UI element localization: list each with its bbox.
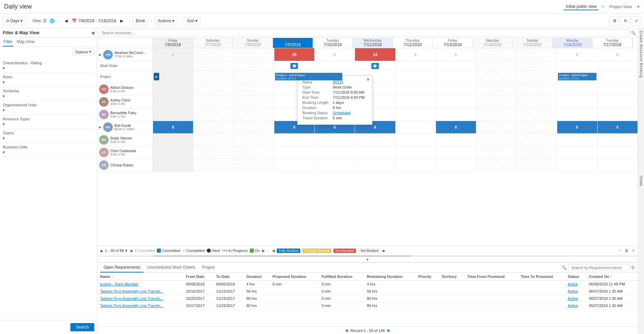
popup-booking-status-value[interactable]: Scheduled: [333, 111, 351, 115]
search-icon[interactable]: 🔍: [631, 30, 636, 35]
project-bar-mon-tue[interactable]: Project - JohnProject Duration: 30 hrs: [275, 73, 342, 80]
bob-c8[interactable]: 8: [436, 121, 476, 133]
collapse-icon-abraham[interactable]: ▶: [99, 53, 101, 56]
book-button[interactable]: Book: [133, 17, 148, 25]
create-resource-booking-panel[interactable]: Create Resource Booking: [638, 28, 644, 81]
col-header-territory[interactable]: Territory: [439, 273, 464, 281]
separator-5: |: [180, 18, 181, 23]
resource-info-cheri: Cheri Castaneda 0:00 ⊙ 0%: [110, 149, 136, 156]
col-header-proposed[interactable]: Proposed Duration: [270, 273, 319, 281]
cell-wed-abraham[interactable]: 14: [355, 48, 395, 61]
filter-panel-collapse[interactable]: ◀: [91, 30, 94, 35]
row3-name[interactable]: Tailspin Toys Assembly Line Transfo...: [97, 295, 183, 302]
tab-open-requirements[interactable]: Open Requirements: [100, 263, 143, 272]
col-header-status[interactable]: Status: [565, 273, 586, 281]
add-view-button[interactable]: +: [637, 4, 640, 10]
scrollbar-thumb[interactable]: [153, 255, 411, 257]
legend-booking-prev[interactable]: ◀: [272, 249, 275, 253]
filter-item-org-units: Organizational Units ▾: [3, 101, 94, 115]
filter-dropdown-territories[interactable]: ▾: [3, 94, 94, 98]
options-button[interactable]: Options ▾: [72, 48, 94, 55]
filter-dropdown-characteristics[interactable]: ▾: [3, 66, 94, 70]
row3-status[interactable]: Active: [565, 295, 586, 302]
refresh-bottom-icon[interactable]: ↻: [631, 265, 635, 270]
cell-mon-abraham[interactable]: 15: [274, 48, 315, 61]
work-order-booking-wed[interactable]: 🕐: [371, 63, 379, 69]
collapse-calendar-icon[interactable]: ▼: [366, 258, 369, 262]
row2-name[interactable]: Tailspin Toys Assembly Line Transfo...: [97, 288, 183, 295]
bob-c12[interactable]: 8: [598, 121, 638, 133]
tab-unscheduled-work-orders[interactable]: Unscheduled Work Orders: [143, 263, 198, 272]
filter-dropdown-roles[interactable]: ▾: [3, 80, 94, 84]
next-date-button[interactable]: ▶: [118, 17, 126, 25]
popup-duration-value: 8 hrs: [333, 106, 341, 110]
bob-c11[interactable]: 8: [557, 121, 598, 133]
col-header-remaining[interactable]: Remaining Duration: [364, 273, 415, 281]
filter-dropdown-org-units[interactable]: ▾: [3, 108, 94, 112]
list-view-button[interactable]: ☰: [42, 18, 47, 24]
actions-button[interactable]: Actions ▾: [155, 17, 177, 25]
legend-booking-next[interactable]: ▶: [383, 249, 385, 253]
next-record-button[interactable]: ▶: [387, 328, 390, 333]
row1-status[interactable]: Active: [565, 281, 586, 288]
filter-dropdown-teams[interactable]: ▾: [3, 136, 94, 141]
on-icon: [250, 249, 254, 253]
prev-date-button[interactable]: ◀: [62, 17, 70, 25]
row4-time-to: [518, 302, 565, 309]
work-order-booking-mon[interactable]: 🕐: [290, 63, 298, 69]
popup-close-button[interactable]: ✕: [366, 77, 370, 82]
search-button[interactable]: Search: [70, 323, 94, 331]
bob-c3: [234, 121, 274, 133]
row2-status[interactable]: Active: [565, 288, 586, 295]
popup-name-value[interactable]: 00333: [333, 80, 343, 84]
col-header-name[interactable]: Name ↕: [97, 273, 183, 281]
sort-button[interactable]: Sort ▾: [184, 17, 201, 25]
tab-project[interactable]: Project: [199, 263, 218, 272]
row4-name[interactable]: Tailspin Toys Assembly Line Transfo...: [97, 302, 183, 309]
requirement-search-input[interactable]: [568, 264, 630, 271]
tab-initial-public-view[interactable]: Initial public view: [564, 3, 599, 10]
filter-item-resource-types: Resource Types ▾: [3, 115, 94, 129]
collapse-icon-bob[interactable]: ▶: [99, 125, 101, 129]
globe-view-button[interactable]: 🌐: [49, 18, 55, 24]
col-header-duration[interactable]: Duration: [244, 273, 270, 281]
prev-record-button[interactable]: ◀: [345, 328, 348, 333]
days-button[interactable]: ⊙ Days ▾: [3, 17, 26, 25]
expand-rows-icon[interactable]: ▲: [99, 248, 104, 253]
settings-button[interactable]: ⚙: [610, 16, 619, 26]
col-header-fulfilled[interactable]: Fulfilled Duration: [319, 273, 364, 281]
tab-project-view[interactable]: Project View: [607, 4, 634, 10]
col-header-from-date[interactable]: From Date: [183, 273, 214, 281]
row1-name[interactable]: testing - Team Member: [97, 281, 183, 288]
filter-dropdown-business-units[interactable]: ▾: [3, 150, 94, 155]
pagination-expand-icon[interactable]: ▾: [125, 249, 127, 253]
col-header-time-from[interactable]: Time From Promised: [465, 273, 518, 281]
col-header-to-date[interactable]: To Date: [214, 273, 244, 281]
filter-dropdown-resource-types[interactable]: ▾: [3, 122, 94, 126]
refresh-button[interactable]: ↻: [621, 16, 630, 26]
row4-status[interactable]: Active: [565, 302, 586, 309]
proj-bar-fri[interactable]: ▶: [154, 73, 159, 80]
zoom-in-icon[interactable]: ＋: [631, 248, 636, 254]
resource-search-input[interactable]: [99, 29, 629, 36]
resource-name-abraham: Abraham McCormi...: [114, 51, 146, 55]
legend-next[interactable]: ▶: [262, 249, 265, 253]
legend-prev[interactable]: ◀: [129, 249, 132, 253]
meta-allison: 0:00 ⊙ 0%: [110, 90, 134, 93]
project-bar-mon2[interactable]: Project - JohnProject Duration: 24 hrs: [558, 73, 597, 80]
bob-c1[interactable]: 8: [153, 121, 193, 133]
c12: [598, 83, 638, 95]
col-header-created[interactable]: Created On ↑: [586, 273, 638, 281]
filter-tab-map[interactable]: Map View: [16, 38, 35, 46]
pause-icon[interactable]: ⏸: [624, 248, 629, 253]
col-header-priority[interactable]: Priority: [415, 273, 439, 281]
expand-button[interactable]: ⤢: [632, 16, 641, 26]
bob-c2: [193, 121, 234, 133]
legend-fully-booked: Fully Booked: [277, 249, 301, 253]
col-header-time-to[interactable]: Time To Promised: [518, 273, 565, 281]
tab-close-icon[interactable]: ✕: [601, 4, 604, 9]
zoom-out-icon[interactable]: －: [617, 248, 622, 254]
resource-meta-abraham: 77:00 ⊙ 96%: [114, 55, 146, 58]
filter-tab-filter[interactable]: Filter: [3, 38, 13, 46]
date-cell-4: Tuesday 7/10/2018: [313, 38, 353, 48]
